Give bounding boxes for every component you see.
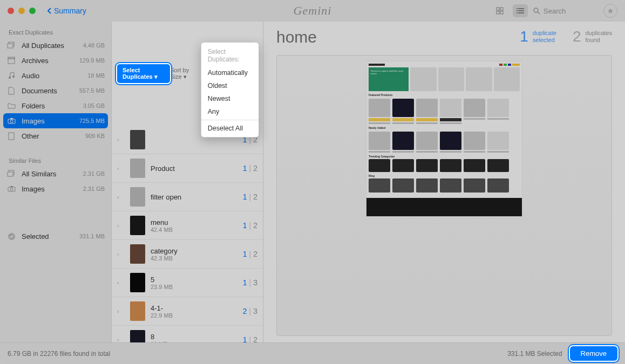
file-list[interactable]: › 1 | 2 › Product 1 | 2 › filter open 1 [112, 126, 263, 342]
dropdown-item-newest[interactable]: Newest [201, 92, 259, 105]
total-count: 3 [253, 307, 257, 315]
file-name: filter open [151, 193, 243, 201]
file-thumbnail [130, 216, 145, 235]
sidebar-item-size: 129.9 MB [79, 57, 105, 64]
list-view-button[interactable] [513, 4, 528, 17]
total-count: 2 [253, 335, 257, 342]
stack-icon [7, 42, 16, 49]
sidebar-item-label: Images [22, 117, 79, 125]
sidebar-item-size: 331.1 MB [79, 233, 105, 239]
file-size: 42.3 MB [151, 255, 243, 262]
chevron-right-icon: › [117, 308, 125, 314]
dropdown-item-deselect-all[interactable]: Deselect All [201, 122, 259, 135]
dropdown-item-automatically[interactable]: Automatically [201, 66, 259, 79]
file-row[interactable]: › 4-1- 22.9 MB 2 | 3 [112, 297, 263, 326]
file-row[interactable]: › 5 23.9 MB 1 | 3 [112, 269, 263, 297]
stat-found-label: duplicatesfound [585, 30, 612, 44]
preview-hero-banner: Drones to capture world like never befor… [369, 67, 409, 91]
chevron-right-icon: › [117, 337, 125, 343]
file-list-panel: Select Duplicates ▾ Sort by Size ▾ Selec… [111, 22, 263, 342]
file-row[interactable]: › menu 42.4 MB 1 | 2 [112, 211, 263, 240]
file-name: 4-1- [151, 304, 243, 312]
sidebar-item-similar-images[interactable]: Images 2.31 GB [0, 181, 111, 196]
sidebar: Exact Duplicates All Duplicates 4.48 GB … [0, 22, 111, 342]
svg-point-17 [12, 75, 15, 78]
file-counts: 1 | 2 [243, 221, 257, 230]
stat-found: 2 duplicatesfound [573, 28, 612, 45]
search-field[interactable]: Search [533, 7, 598, 15]
sidebar-item-other[interactable]: Other 909 KB [0, 128, 111, 143]
svg-point-19 [10, 120, 13, 123]
svg-rect-20 [10, 118, 13, 119]
total-count: 3 [253, 278, 257, 287]
star-icon [607, 8, 614, 14]
file-name: 8 [151, 333, 243, 341]
back-label: Summary [54, 6, 86, 15]
preview-panel: home 1 duplicateselected 2 duplicatesfou… [263, 22, 625, 342]
chevron-right-icon: › [117, 223, 125, 229]
file-row[interactable]: › category 42.3 MB 1 | 2 [112, 240, 263, 269]
sidebar-item-all-duplicates[interactable]: All Duplicates 4.48 GB [0, 38, 111, 53]
sidebar-item-folders[interactable]: Folders 3.05 GB [0, 98, 111, 113]
close-window-button[interactable] [8, 8, 14, 14]
file-counts: 1 | 2 [243, 193, 257, 201]
maximize-window-button[interactable] [29, 8, 36, 14]
svg-point-16 [9, 77, 11, 79]
sidebar-item-selected[interactable]: Selected 331.1 MB [0, 229, 111, 244]
dropdown-item-oldest[interactable]: Oldest [201, 79, 259, 92]
back-button[interactable]: Summary [46, 6, 86, 15]
camera-icon [8, 186, 16, 192]
sidebar-item-label: All Similars [22, 170, 83, 178]
checkmark-circle-icon [8, 232, 16, 241]
file-row[interactable]: › filter open 1 | 2 [112, 183, 263, 211]
minimize-window-button[interactable] [18, 8, 25, 14]
remove-button[interactable]: Remove [570, 346, 617, 361]
total-count: 2 [253, 221, 257, 230]
sidebar-item-label: Other [22, 132, 85, 140]
grid-view-button[interactable] [492, 4, 507, 17]
file-size: 23.9 MB [151, 284, 243, 290]
total-count: 2 [253, 250, 257, 258]
status-bar: 6.79 GB in 22276 files found in total 33… [0, 342, 625, 364]
archive-icon [8, 57, 15, 64]
file-thumbnail [130, 130, 145, 149]
svg-point-25 [10, 188, 13, 191]
svg-rect-13 [8, 44, 13, 48]
chevron-right-icon: › [117, 137, 125, 143]
titlebar: Summary Gemini Search [0, 0, 625, 22]
sidebar-item-size: 3.05 GB [83, 102, 105, 109]
file-counts: 1 | 2 [243, 250, 257, 258]
total-count: 2 [253, 193, 257, 201]
sidebar-item-size: 4.48 GB [83, 42, 105, 49]
dropdown-header: Select Duplicates: [201, 45, 259, 66]
favorites-button[interactable] [603, 4, 617, 18]
svg-point-8 [517, 10, 518, 11]
sort-by-button[interactable]: Sort by Size ▾ [170, 67, 199, 80]
selected-count: 1 [243, 164, 247, 173]
sidebar-item-images[interactable]: Images 725.5 MB [3, 113, 108, 128]
select-duplicates-button[interactable]: Select Duplicates ▾ [117, 64, 170, 83]
sidebar-item-audio[interactable]: Audio 18 MB [0, 68, 111, 83]
preview-title: home [276, 28, 317, 46]
sidebar-item-documents[interactable]: Documents 557.5 MB [0, 83, 111, 98]
file-row[interactable]: › Product 1 | 2 [112, 154, 263, 183]
app-title: Gemini [294, 4, 332, 18]
search-icon [533, 8, 540, 15]
sidebar-item-size: 909 KB [85, 133, 105, 139]
selected-count: 1 [243, 193, 247, 201]
selected-count: 1 [243, 221, 247, 230]
file-thumbnail [130, 159, 145, 178]
svg-rect-21 [9, 133, 14, 140]
svg-rect-26 [10, 186, 13, 187]
dropdown-item-any[interactable]: Any [201, 105, 259, 118]
total-count: 2 [253, 164, 257, 173]
sidebar-item-size: 2.31 GB [83, 186, 105, 192]
file-row[interactable]: › 8 11 MB 1 | 2 [112, 326, 263, 342]
selected-count: 2 [243, 307, 247, 315]
sidebar-item-all-similars[interactable]: All Similars 2.31 GB [0, 166, 111, 181]
selected-count: 1 [243, 278, 247, 287]
file-counts: 1 | 3 [243, 278, 257, 287]
sidebar-item-archives[interactable]: Archives 129.9 MB [0, 53, 111, 68]
svg-rect-0 [497, 8, 499, 10]
svg-line-11 [538, 12, 540, 14]
